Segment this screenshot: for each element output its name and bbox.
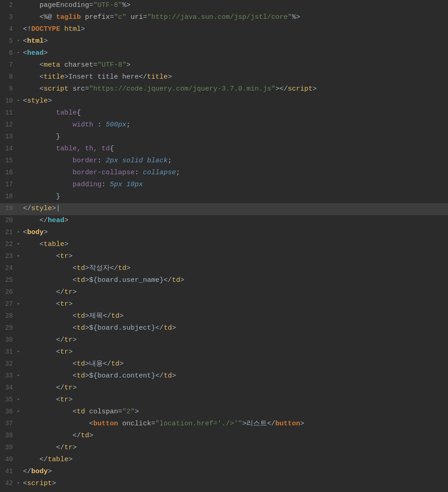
code-line-43: 43 </script> <box>0 490 448 492</box>
line-content-15: border: 2px solid black; <box>22 155 448 166</box>
line-bullet-36: • <box>17 407 22 417</box>
line-content-28: <td>제목</td> <box>22 311 448 321</box>
line-number-13: 13 <box>0 132 17 142</box>
code-line-14: 14 table, th, td{ <box>0 143 448 155</box>
line-content-18: } <box>22 191 448 202</box>
code-line-39: 39 </tr> <box>0 442 448 454</box>
line-number-11: 11 <box>0 108 17 118</box>
line-content-26: </tr> <box>22 287 448 297</box>
code-line-23: 23 • <tr> <box>0 251 448 263</box>
code-line-10: 10 • <style> <box>0 96 448 108</box>
code-line-13: 13 } <box>0 132 448 143</box>
line-number-23: 23 <box>0 252 17 262</box>
code-line-8: 8 <title>Insert title here</title> <box>0 72 448 84</box>
line-content-33: <td>${board.content}</td> <box>22 371 448 381</box>
code-line-38: 38 </td> <box>0 430 448 442</box>
line-content-7: <meta charset="UTF-8"> <box>22 60 448 70</box>
line-number-27: 27 <box>0 299 17 309</box>
code-line-5: 5 • <html> <box>0 36 448 48</box>
line-number-33: 33 <box>0 371 17 381</box>
line-number-4: 4 <box>0 24 17 34</box>
line-number-18: 18 <box>0 192 17 202</box>
line-number-20: 20 <box>0 216 17 226</box>
line-content-19: </style>| <box>22 203 448 214</box>
line-content-37: <button onclick="location.href='./>'">리스… <box>22 418 448 429</box>
line-content-6: <head> <box>22 48 448 58</box>
code-line-17: 17 padding: 5px 10px <box>0 179 448 191</box>
line-bullet-23: • <box>17 252 22 261</box>
line-number-10: 10 <box>0 96 17 106</box>
line-content-20: </head> <box>22 215 448 226</box>
line-number-8: 8 <box>0 72 17 82</box>
line-content-17: padding: 5px 10px <box>22 179 448 190</box>
code-line-2: 2 pageEncoding="UTF-8"%> <box>0 0 448 12</box>
code-line-40: 40 </table> <box>0 454 448 466</box>
line-content-4: <!DOCTYPE html> <box>22 24 448 34</box>
line-content-5: <html> <box>22 36 448 46</box>
code-line-35: 35 • <tr> <box>0 395 448 406</box>
code-line-30: 30 </tr> <box>0 335 448 347</box>
line-number-6: 6 <box>0 48 17 58</box>
code-line-18: 18 } <box>0 191 448 203</box>
line-bullet-6: • <box>17 49 22 58</box>
code-line-22: 22 • <table> <box>0 239 448 251</box>
line-number-25: 25 <box>0 275 17 286</box>
line-number-17: 17 <box>0 180 17 190</box>
line-bullet-31: • <box>17 348 22 357</box>
code-line-12: 12 width : 500px; <box>0 120 448 132</box>
line-content-40: </table> <box>22 454 448 465</box>
code-line-24: 24 <td>작성자</td> <box>0 263 448 275</box>
line-content-43: </script> <box>22 490 448 492</box>
line-number-31: 31 <box>0 347 17 357</box>
line-content-2: pageEncoding="UTF-8"%> <box>22 0 448 11</box>
code-line-19: 19 </style>| <box>0 203 448 215</box>
line-number-3: 3 <box>0 12 17 23</box>
line-bullet-22: • <box>17 240 22 249</box>
line-number-12: 12 <box>0 120 17 130</box>
line-content-9: <script src="https://code.jquery.com/jqu… <box>22 84 448 94</box>
line-number-9: 9 <box>0 84 17 94</box>
line-content-3: <%@ taglib prefix="c" uri="http://java.s… <box>22 12 448 23</box>
line-number-7: 7 <box>0 60 17 70</box>
code-line-16: 16 border-collapse: collapse; <box>0 167 448 179</box>
code-line-29: 29 <td>${board.subject}</td> <box>0 323 448 335</box>
line-number-41: 41 <box>0 467 17 477</box>
line-number-30: 30 <box>0 335 17 345</box>
code-line-7: 7 <meta charset="UTF-8"> <box>0 60 448 72</box>
line-number-14: 14 <box>0 144 17 154</box>
code-editor: 2 pageEncoding="UTF-8"%> 3 <%@ taglib pr… <box>0 0 448 492</box>
line-content-35: <tr> <box>22 395 448 405</box>
line-number-40: 40 <box>0 455 17 465</box>
line-content-13: } <box>22 132 448 142</box>
line-number-32: 32 <box>0 359 17 369</box>
code-line-6: 6 • <head> <box>0 48 448 60</box>
line-content-21: <body> <box>22 227 448 238</box>
line-bullet-21: • <box>17 228 22 237</box>
line-content-39: </tr> <box>22 442 448 453</box>
line-bullet-35: • <box>17 395 22 405</box>
line-number-2: 2 <box>0 0 17 11</box>
line-content-24: <td>작성자</td> <box>22 263 448 274</box>
code-line-4: 4 <!DOCTYPE html> <box>0 24 448 36</box>
line-number-22: 22 <box>0 240 17 250</box>
line-number-38: 38 <box>0 431 17 441</box>
line-number-37: 37 <box>0 419 17 429</box>
line-content-29: <td>${board.subject}</td> <box>22 323 448 333</box>
line-bullet-42: • <box>17 479 22 488</box>
code-line-37: 37 <button onclick="location.href='./>'"… <box>0 418 448 430</box>
line-content-11: table{ <box>22 108 448 118</box>
line-bullet-27: • <box>17 300 22 309</box>
line-number-42: 42 <box>0 479 17 489</box>
line-number-39: 39 <box>0 443 17 453</box>
line-number-5: 5 <box>0 36 17 46</box>
line-content-42: <script> <box>22 478 448 489</box>
line-bullet-33: • <box>17 372 22 381</box>
line-number-26: 26 <box>0 287 17 297</box>
line-number-21: 21 <box>0 228 17 238</box>
line-content-22: <table> <box>22 239 448 250</box>
code-line-42: 42 • <script> <box>0 478 448 490</box>
line-number-16: 16 <box>0 168 17 178</box>
line-content-41: </body> <box>22 466 448 477</box>
code-line-9: 9 <script src="https://code.jquery.com/j… <box>0 84 448 96</box>
line-content-27: <tr> <box>22 299 448 309</box>
